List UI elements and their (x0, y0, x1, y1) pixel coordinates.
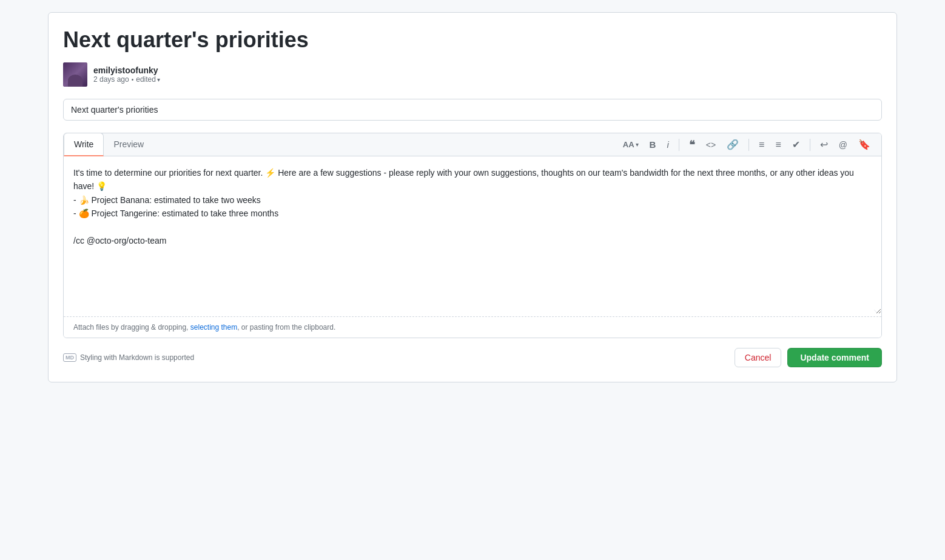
edited-label: edited (136, 75, 156, 84)
update-comment-button[interactable]: Update comment (787, 348, 882, 367)
tasklist-button[interactable]: ✔ (789, 136, 804, 153)
markdown-info: MD Styling with Markdown is supported (63, 353, 194, 362)
tasklist-icon: ✔ (792, 139, 800, 150)
main-container: Next quarter's priorities emilyistoofunk… (48, 12, 897, 382)
italic-icon: i (667, 139, 668, 150)
textarea-wrapper: It's time to determine our priorities fo… (64, 156, 881, 316)
unordered-list-button[interactable]: ≡ (755, 137, 768, 153)
mention-button[interactable]: @ (835, 138, 851, 152)
markdown-label: Styling with Markdown is supported (80, 353, 194, 362)
author-row: emilyistoofunky 2 days ago • edited ▾ (63, 62, 882, 87)
ordered-list-button[interactable]: ≡ (772, 137, 784, 153)
toolbar-icons: AA ▾ B i ❝ <> 🔗 (612, 136, 881, 153)
bold-icon: B (650, 139, 656, 150)
tab-write[interactable]: Write (64, 133, 104, 156)
post-title: Next quarter's priorities (63, 27, 882, 53)
time-ago: 2 days ago (93, 75, 129, 84)
markdown-icon: MD (63, 353, 76, 362)
comment-textarea[interactable]: It's time to determine our priorities fo… (64, 156, 881, 314)
toolbar-divider-1 (679, 139, 679, 151)
aa-icon: AA (623, 140, 634, 149)
resize-handle[interactable]: ⟍ (873, 308, 880, 315)
attach-prefix: Attach files by dragging & dropping, (73, 323, 190, 332)
bookmark-button[interactable]: 🔖 (855, 136, 874, 153)
author-meta: 2 days ago • edited ▾ (93, 75, 160, 84)
heading-button[interactable]: AA ▾ (619, 138, 642, 152)
edited-dropdown[interactable]: edited ▾ (136, 75, 160, 84)
reply-icon: ↩ (820, 139, 828, 150)
bold-button[interactable]: B (646, 137, 660, 152)
toolbar-divider-2 (748, 139, 749, 151)
code-icon: <> (706, 140, 716, 150)
aa-dropdown-icon: ▾ (636, 141, 639, 148)
attach-bar: Attach files by dragging & dropping, sel… (64, 316, 881, 338)
tabs: Write Preview (64, 133, 612, 156)
link-button[interactable]: 🔗 (723, 136, 742, 153)
editor-section: Write Preview AA ▾ B i ❝ <> (63, 133, 882, 338)
reply-button[interactable]: ↩ (816, 136, 832, 153)
italic-button[interactable]: i (663, 137, 672, 152)
title-input-wrapper (63, 99, 882, 121)
code-button[interactable]: <> (702, 138, 719, 152)
ul-icon: ≡ (759, 139, 764, 150)
bookmark-icon: 🔖 (858, 139, 870, 150)
quote-icon: ❝ (689, 139, 695, 150)
chevron-down-icon: ▾ (157, 76, 160, 83)
attach-suffix: , or pasting from the clipboard. (237, 323, 335, 332)
meta-dot: • (132, 76, 134, 83)
attach-link[interactable]: selecting them (190, 323, 237, 332)
link-icon: 🔗 (727, 139, 739, 150)
tab-preview[interactable]: Preview (104, 133, 153, 156)
avatar (63, 62, 87, 87)
tabs-toolbar: Write Preview AA ▾ B i ❝ <> (64, 133, 881, 156)
title-input[interactable] (71, 105, 874, 115)
action-buttons: Cancel Update comment (735, 348, 882, 367)
toolbar-divider-3 (810, 139, 810, 151)
author-name: emilyistoofunky (93, 65, 160, 75)
quote-button[interactable]: ❝ (685, 137, 699, 153)
author-info: emilyistoofunky 2 days ago • edited ▾ (93, 65, 160, 84)
mention-icon: @ (839, 140, 847, 150)
footer-row: MD Styling with Markdown is supported Ca… (63, 348, 882, 367)
ol-icon: ≡ (775, 139, 781, 150)
cancel-button[interactable]: Cancel (735, 348, 782, 367)
avatar-image (63, 62, 87, 87)
